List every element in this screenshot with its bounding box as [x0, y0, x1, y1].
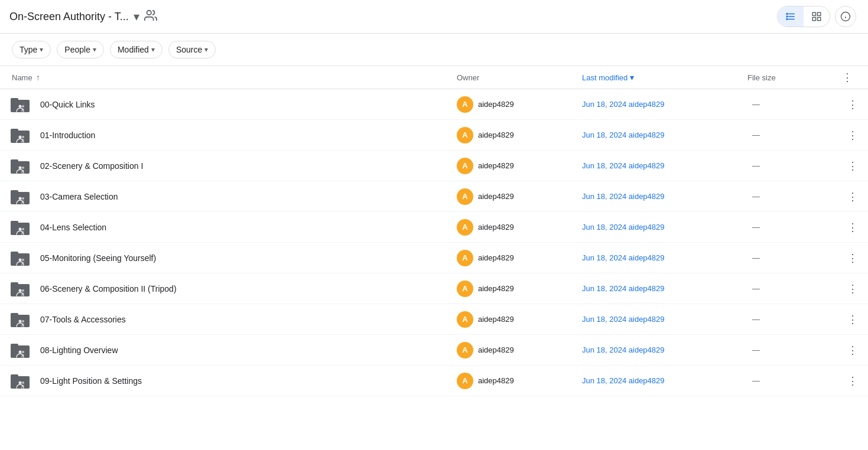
file-size-cell: — [747, 253, 842, 262]
type-filter-chip[interactable]: Type ▾ [12, 41, 51, 58]
modified-cell: Jun 18, 2024 aidep4829 [582, 315, 747, 324]
modified-cell: Jun 18, 2024 aidep4829 [582, 376, 747, 385]
svg-point-52 [19, 381, 22, 384]
avatar: A [457, 96, 473, 113]
title-dropdown-icon[interactable]: ▾ [134, 9, 139, 24]
owner-cell: A aidep4829 [452, 373, 582, 389]
table-row[interactable]: 07-Tools & Accessories A aidep4829 Jun 1… [0, 304, 868, 335]
avatar: A [457, 219, 473, 236]
folder-icon-cell [2, 188, 38, 206]
svg-point-32 [19, 227, 22, 230]
avatar: A [457, 311, 473, 328]
svg-point-49 [22, 351, 24, 353]
owner-cell: A aidep4829 [452, 188, 582, 205]
folder-icon-cell [2, 311, 38, 328]
owner-name: aidep4829 [478, 161, 514, 170]
row-more-button[interactable]: ⋮ [842, 309, 863, 330]
table-row[interactable]: 04-Lens Selection A aidep4829 Jun 18, 20… [0, 212, 868, 243]
avatar: A [457, 158, 473, 174]
owner-cell: A aidep4829 [452, 96, 582, 113]
file-size-cell: — [747, 161, 842, 170]
owner-cell: A aidep4829 [452, 158, 582, 174]
modified-cell: Jun 18, 2024 aidep4829 [582, 100, 747, 109]
row-more-button[interactable]: ⋮ [842, 125, 863, 146]
owner-name: aidep4829 [478, 192, 514, 201]
owner-cell: A aidep4829 [452, 311, 582, 328]
file-size-cell: — [747, 284, 842, 293]
page-title: On-Screen Authority - T... [9, 11, 129, 23]
row-more-button[interactable]: ⋮ [842, 155, 863, 177]
row-more-button[interactable]: ⋮ [842, 278, 863, 299]
row-more-button[interactable]: ⋮ [842, 217, 863, 238]
people-icon[interactable] [144, 9, 157, 25]
source-filter-chip[interactable]: Source ▾ [168, 41, 216, 58]
row-more-button[interactable]: ⋮ [842, 370, 863, 392]
name-column-header[interactable]: Name ↑ [2, 73, 452, 82]
owner-cell: A aidep4829 [452, 281, 582, 297]
table-row[interactable]: 01-Introduction A aidep4829 Jun 18, 2024… [0, 120, 868, 151]
list-view-button[interactable] [778, 6, 804, 27]
file-name: 04-Lens Selection [38, 223, 452, 232]
file-size-cell: — [747, 192, 842, 201]
owner-name: aidep4829 [478, 345, 514, 354]
folder-icon [9, 341, 31, 359]
svg-rect-31 [11, 221, 18, 224]
type-filter-arrow: ▾ [40, 45, 43, 54]
svg-rect-35 [11, 252, 18, 255]
folder-icon-cell [2, 157, 38, 175]
folder-icon-cell [2, 96, 38, 113]
file-size-cell: — [747, 345, 842, 354]
modified-cell: Jun 18, 2024 aidep4829 [582, 161, 747, 170]
folder-icon-cell [2, 280, 38, 298]
svg-rect-27 [11, 190, 18, 194]
svg-rect-3 [786, 16, 788, 17]
svg-rect-9 [812, 18, 815, 21]
source-filter-label: Source [176, 45, 202, 54]
avatar: A [457, 373, 473, 389]
row-more-button[interactable]: ⋮ [842, 247, 863, 269]
info-button[interactable] [835, 6, 856, 27]
row-more-button[interactable]: ⋮ [842, 186, 863, 207]
row-more-button[interactable]: ⋮ [842, 94, 863, 115]
people-filter-label: People [64, 45, 90, 54]
file-name: 03-Camera Selection [38, 192, 452, 201]
owner-cell: A aidep4829 [452, 342, 582, 358]
header-right [777, 6, 856, 27]
folder-icon-cell [2, 126, 38, 144]
table-row[interactable]: 06-Scenery & Composition II (Tripod) A a… [0, 273, 868, 304]
last-modified-column-header[interactable]: Last modified ▾ [582, 73, 747, 82]
svg-rect-8 [818, 12, 821, 15]
row-more-button[interactable]: ⋮ [842, 340, 863, 361]
file-size-cell: — [747, 376, 842, 385]
file-name: 08-Lighting Overview [38, 345, 452, 355]
modified-cell: Jun 18, 2024 aidep4829 [582, 131, 747, 139]
table-row[interactable]: 05-Monitoring (Seeing Yourself) A aidep4… [0, 243, 868, 273]
source-filter-arrow: ▾ [204, 45, 208, 54]
more-options-header-icon: ⋮ [842, 71, 853, 83]
modified-cell: Jun 18, 2024 aidep4829 [582, 223, 747, 231]
svg-rect-43 [11, 313, 18, 317]
people-filter-chip[interactable]: People ▾ [57, 41, 104, 58]
svg-point-36 [19, 258, 22, 261]
modified-cell: Jun 18, 2024 aidep4829 [582, 345, 747, 354]
avatar: A [457, 250, 473, 266]
table-row[interactable]: 03-Camera Selection A aidep4829 Jun 18, … [0, 181, 868, 212]
table-row[interactable]: 09-Light Position & Settings A aidep4829… [0, 366, 868, 396]
svg-point-17 [22, 105, 24, 107]
svg-point-29 [22, 197, 24, 200]
table-row[interactable]: 02-Scenery & Composition I A aidep4829 J… [0, 151, 868, 181]
modified-filter-chip[interactable]: Modified ▾ [110, 41, 162, 58]
table-row[interactable]: 08-Lighting Overview A aidep4829 Jun 18,… [0, 335, 868, 366]
file-name: 07-Tools & Accessories [38, 315, 452, 324]
svg-rect-10 [818, 18, 821, 21]
folder-icon [9, 157, 31, 175]
svg-point-0 [147, 10, 151, 14]
svg-rect-47 [11, 344, 18, 347]
svg-rect-1 [786, 14, 788, 15]
folder-icon [9, 188, 31, 206]
grid-view-button[interactable] [804, 6, 830, 27]
file-size-column-header: File size [747, 73, 842, 82]
view-toggle [777, 6, 830, 27]
owner-name: aidep4829 [478, 253, 514, 262]
table-row[interactable]: 00-Quick Links A aidep4829 Jun 18, 2024 … [0, 89, 868, 120]
